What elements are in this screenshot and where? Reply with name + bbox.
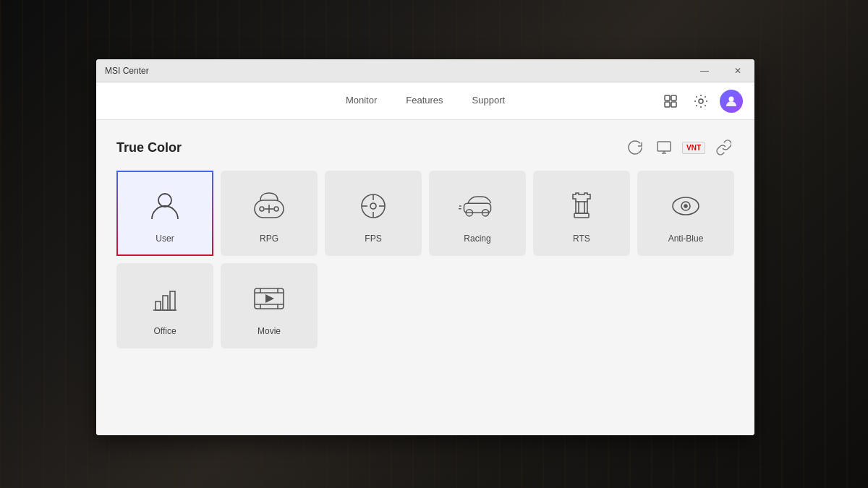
rpg-icon: [249, 186, 289, 226]
svg-rect-0: [665, 95, 670, 100]
user-icon: [145, 186, 185, 226]
svg-point-32: [684, 205, 687, 207]
user-avatar[interactable]: [720, 90, 743, 113]
titlebar: MSI Center — ✕: [96, 59, 754, 82]
mode-label-user: User: [156, 234, 174, 244]
svg-rect-2: [665, 102, 670, 107]
app-window: MSI Center — ✕ Monitor Features Support: [96, 59, 754, 435]
mode-label-rpg: RPG: [260, 234, 278, 244]
mode-card-office[interactable]: Office: [116, 263, 213, 348]
navbar: Monitor Features Support: [96, 82, 754, 120]
svg-rect-21: [464, 203, 490, 213]
content-area: True Color: [96, 120, 754, 435]
minimize-button[interactable]: —: [688, 59, 721, 82]
svg-rect-35: [163, 296, 168, 310]
window-controls: — ✕: [688, 59, 754, 82]
vnt-label: VNT: [682, 142, 705, 154]
mode-label-anti-blue: Anti-Blue: [668, 234, 704, 244]
anti-blue-icon: [665, 186, 706, 226]
modes-grid-row1: User RPG: [116, 171, 734, 256]
mode-card-rts[interactable]: RTS: [533, 171, 630, 256]
link-icon-button[interactable]: [712, 137, 734, 158]
section-header: True Color: [116, 137, 734, 158]
tab-monitor[interactable]: Monitor: [346, 92, 377, 110]
mode-label-fps: FPS: [365, 234, 381, 244]
tab-features[interactable]: Features: [406, 92, 443, 110]
office-icon: [145, 278, 185, 319]
mode-card-user[interactable]: User: [116, 171, 213, 256]
mode-label-racing: Racing: [464, 234, 490, 244]
mode-label-rts: RTS: [573, 234, 590, 244]
svg-point-12: [274, 207, 278, 211]
svg-marker-38: [265, 294, 274, 303]
section-icons: VNT: [624, 137, 734, 158]
mode-card-racing[interactable]: Racing: [429, 171, 526, 256]
svg-rect-27: [576, 202, 587, 213]
svg-point-5: [729, 96, 734, 101]
nav-controls: [659, 90, 743, 113]
svg-point-9: [158, 194, 171, 207]
mode-label-movie: Movie: [258, 326, 281, 336]
mode-card-rpg[interactable]: RPG: [221, 171, 318, 256]
modes-grid-row2: Office Movie: [116, 263, 734, 348]
svg-rect-1: [671, 95, 676, 100]
settings-icon-button[interactable]: [689, 90, 712, 113]
window-title: MSI Center: [105, 66, 149, 76]
mode-card-anti-blue[interactable]: Anti-Blue: [637, 171, 734, 256]
svg-point-16: [370, 203, 376, 209]
section-title: True Color: [116, 140, 182, 155]
mode-card-fps[interactable]: FPS: [325, 171, 422, 256]
tab-support[interactable]: Support: [472, 92, 506, 110]
close-button[interactable]: ✕: [721, 59, 754, 82]
racing-icon: [457, 186, 498, 226]
svg-rect-34: [156, 301, 161, 310]
grid-icon-button[interactable]: [659, 90, 682, 113]
svg-rect-36: [170, 291, 175, 310]
fps-icon: [353, 186, 393, 226]
rts-icon: [561, 186, 602, 226]
mode-card-movie[interactable]: Movie: [221, 263, 318, 348]
vnt-badge[interactable]: VNT: [682, 137, 705, 158]
svg-point-4: [699, 99, 703, 103]
svg-point-11: [260, 207, 264, 211]
nav-tabs: Monitor Features Support: [111, 92, 740, 110]
monitor-icon-button[interactable]: [653, 137, 675, 158]
svg-rect-3: [671, 102, 676, 107]
svg-rect-26: [574, 213, 589, 218]
mode-label-office: Office: [153, 326, 176, 336]
svg-rect-6: [658, 142, 671, 151]
movie-icon: [249, 278, 289, 319]
refresh-icon-button[interactable]: [624, 137, 646, 158]
